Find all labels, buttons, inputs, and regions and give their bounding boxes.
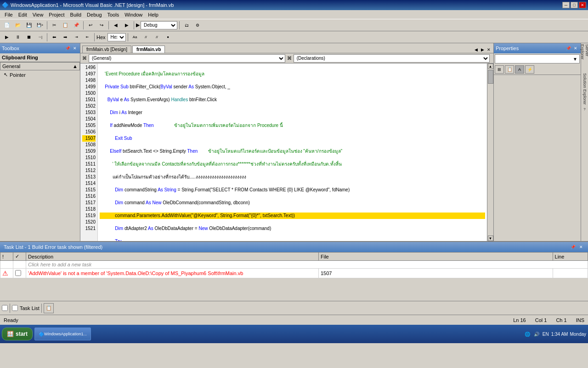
linenum-1519: 1519 <box>82 213 96 219</box>
menu-tools[interactable]: Tools <box>105 11 122 18</box>
menu-window[interactable]: Window <box>122 11 145 18</box>
tray-network-icon: 🌐 <box>524 330 531 338</box>
prop-events-icon[interactable]: ⚡ <box>525 65 534 74</box>
save-btn[interactable]: 💾 <box>24 21 34 30</box>
pause-btn[interactable]: ⏸ <box>13 33 23 42</box>
format-btn[interactable]: Aa <box>130 33 140 42</box>
close-editor-icon[interactable]: ✕ <box>486 46 492 53</box>
sep-3 <box>108 21 109 29</box>
task-add-col1 <box>0 261 13 269</box>
navigate-back-btn[interactable]: ⬅ <box>49 33 59 42</box>
step-over-btn[interactable]: →| <box>35 33 45 42</box>
close-button[interactable]: ✕ <box>579 2 586 8</box>
code-line-1497: Private Sub btnFilter_Click(ByVal sender… <box>100 84 485 90</box>
sep-6 <box>47 33 47 41</box>
uncomment-btn[interactable]: // <box>152 33 162 42</box>
save-all-btn[interactable]: 💾+ <box>35 21 45 30</box>
solution-explorer-btn[interactable]: 🗂 <box>181 21 192 30</box>
general-header[interactable]: General ▲ <box>0 62 80 70</box>
properties-close-icon[interactable]: ✕ <box>572 45 579 52</box>
nav-prev-icon[interactable]: ◀ <box>473 46 479 53</box>
task-list-close-icon[interactable]: ✕ <box>578 244 584 250</box>
task-list-title: Task List - 1 Build Error task shown (fi… <box>4 244 102 250</box>
title-bar-controls[interactable]: ─ □ ✕ <box>562 2 586 8</box>
output-btn[interactable]: 📋 <box>44 303 54 313</box>
col-exclaim: ! <box>0 253 13 261</box>
menu-file[interactable]: File <box>2 11 16 18</box>
task-add-description[interactable]: Click here to add a new task <box>26 261 588 269</box>
properties-object-dropdown[interactable]: ▼ <box>495 54 580 63</box>
nav-next-icon[interactable]: ▶ <box>480 46 485 53</box>
help-btn-rt[interactable]: ? <box>582 106 588 112</box>
menu-edit[interactable]: Edit <box>16 11 30 18</box>
bottom-bar: Task List 📋 <box>0 301 588 315</box>
debug-config-combo[interactable]: Debug <box>141 21 177 29</box>
tasklist-checkbox-1[interactable] <box>2 305 8 311</box>
outdent-btn[interactable]: ⇤ <box>82 33 92 42</box>
menu-view[interactable]: View <box>30 11 46 18</box>
start-button[interactable]: 🪟 start <box>2 328 33 340</box>
task-error-row[interactable]: ⚠ 'AddWithValue' is not a member of 'Sys… <box>0 269 588 278</box>
new-project-btn[interactable]: 📄 <box>2 21 12 30</box>
toolbox-item-pointer[interactable]: ↖ Pointer <box>0 70 80 79</box>
toolbox-pin-icon[interactable]: 📌 <box>64 45 71 52</box>
task-err-check[interactable] <box>13 269 26 278</box>
stop-btn[interactable]: ⏹ <box>24 33 34 42</box>
properties-dropdown-arrow[interactable]: ▼ <box>573 57 577 62</box>
cut-btn[interactable]: ✂ <box>49 21 59 30</box>
server-explorer-btn[interactable]: Server Explorer <box>582 44 588 72</box>
undo-btn[interactable]: ↩ <box>85 21 96 30</box>
toolbox-close-icon[interactable]: ✕ <box>72 45 78 52</box>
menu-project[interactable]: Project <box>46 11 67 18</box>
comment-btn[interactable]: // <box>141 33 151 42</box>
maximize-button[interactable]: □ <box>571 2 578 8</box>
scroll-down-arrow[interactable]: ▼ <box>488 236 493 241</box>
minimize-button[interactable]: ─ <box>562 2 570 8</box>
indent-btn[interactable]: ⇥ <box>71 33 81 42</box>
properties-pin-icon[interactable]: 📌 <box>565 45 571 52</box>
prop-category-icon[interactable]: 📋 <box>505 65 514 74</box>
scrollbar-vertical[interactable]: ▲ ▼ <box>487 63 493 241</box>
nav-back-btn[interactable]: ◀ <box>111 21 121 30</box>
properties-btn[interactable]: ⚙ <box>192 21 203 30</box>
solution-explorer-btn-rt[interactable]: Solution Explorer <box>582 73 588 105</box>
properties-icons-bar: ⊞ 📋 Α ⚡ <box>494 64 581 75</box>
tab-code[interactable]: frmMain.vb <box>132 46 165 53</box>
tasklist-checkbox-2[interactable] <box>12 305 18 311</box>
taskbar-vb-item[interactable]: 🔷 WindowsApplication1... <box>34 328 91 340</box>
procedure-combo[interactable]: (Declarations) <box>294 54 490 63</box>
menu-help[interactable]: Help <box>145 11 161 18</box>
object-combo[interactable]: (General) <box>89 54 285 63</box>
code-line-1509: Try <box>100 238 485 241</box>
run-btn[interactable]: ▶ <box>2 33 12 42</box>
task-list-pin-icon[interactable]: 📌 <box>570 244 576 250</box>
menu-build[interactable]: Build <box>68 11 84 18</box>
task-add-row[interactable]: Click here to add a new task <box>0 261 588 269</box>
navigate-fwd-btn[interactable]: ➡ <box>60 33 70 42</box>
status-bar: Ready Ln 16 Col 1 Ch 1 INS <box>0 315 588 325</box>
toolbox-panel: Toolbox 📌 ✕ Clipboard Ring General ▲ ↖ P… <box>0 43 80 241</box>
linenum-1514: 1514 <box>82 180 96 187</box>
hex-combo[interactable]: Hex <box>107 33 126 41</box>
scroll-up-arrow[interactable]: ▲ <box>488 63 493 69</box>
nav-fwd-btn[interactable]: ▶ <box>122 21 132 30</box>
prop-sort-icon[interactable]: ⊞ <box>495 65 504 74</box>
task-err-priority: ⚠ <box>0 269 13 278</box>
menu-bar: File Edit View Project Build Debug Tools… <box>0 10 588 19</box>
scroll-thumb[interactable] <box>488 70 493 84</box>
toggle-bkpt-btn[interactable]: ● <box>163 33 173 42</box>
task-checkbox[interactable] <box>15 270 21 276</box>
open-btn[interactable]: 📂 <box>13 21 23 30</box>
linenum-1497: 1497 <box>82 71 96 77</box>
redo-btn[interactable]: ↪ <box>96 21 107 30</box>
scroll-track-area[interactable] <box>488 69 493 236</box>
tab-design[interactable]: frmMain.vb [Design] <box>82 46 131 53</box>
tray-lang-icon: EN <box>542 330 549 338</box>
copy-btn[interactable]: 📋 <box>60 21 70 30</box>
menu-debug[interactable]: Debug <box>84 11 104 18</box>
paste-btn[interactable]: 📌 <box>71 21 81 30</box>
prop-alpha-icon[interactable]: Α <box>515 65 524 74</box>
task-list-panel: Task List - 1 Build Error task shown (fi… <box>0 241 588 301</box>
linenum-1496: 1496 <box>82 64 96 71</box>
code-content[interactable]: 'Event Procedure เมื่อคลิกปุ่มโลคอนการรอ… <box>98 63 487 241</box>
